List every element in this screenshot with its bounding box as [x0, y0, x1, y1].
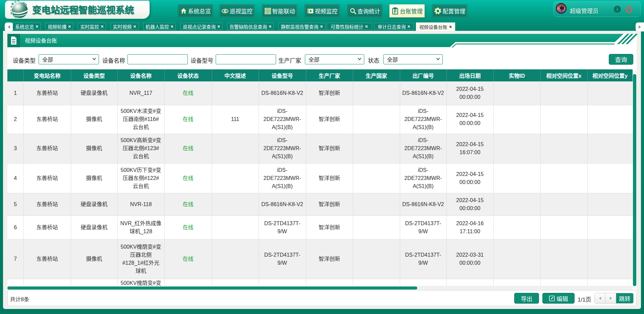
- svg-text:视频设备台账: 视频设备台账: [25, 38, 57, 44]
